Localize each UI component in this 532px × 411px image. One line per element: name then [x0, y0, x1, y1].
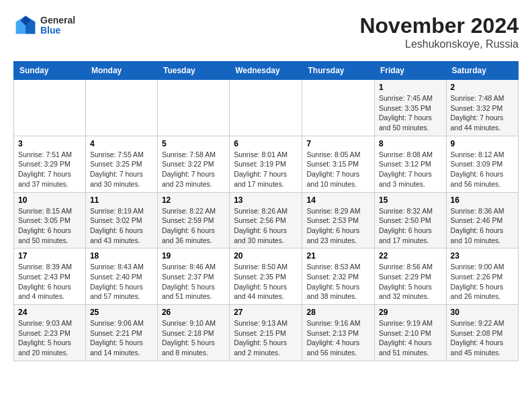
day-info: Sunrise: 8:12 AM Sunset: 3:09 PM Dayligh… [451, 150, 514, 189]
calendar-cell: 1Sunrise: 7:45 AM Sunset: 3:35 PM Daylig… [375, 80, 447, 136]
day-number: 4 [90, 139, 153, 148]
day-number: 19 [162, 251, 225, 261]
calendar-cell [85, 80, 157, 136]
calendar-cell: 15Sunrise: 8:32 AM Sunset: 2:50 PM Dayli… [375, 192, 447, 248]
day-info: Sunrise: 8:15 AM Sunset: 3:05 PM Dayligh… [18, 206, 81, 246]
logo-general-text: General [40, 15, 75, 26]
day-number: 11 [90, 195, 153, 205]
calendar-cell: 19Sunrise: 8:46 AM Sunset: 2:37 PM Dayli… [157, 248, 229, 305]
header-day: Saturday [446, 62, 518, 80]
calendar-cell [302, 80, 375, 136]
day-number: 17 [18, 251, 81, 261]
calendar-cell: 3Sunrise: 7:51 AM Sunset: 3:29 PM Daylig… [14, 136, 86, 192]
day-info: Sunrise: 8:50 AM Sunset: 2:35 PM Dayligh… [234, 262, 298, 302]
day-info: Sunrise: 7:45 AM Sunset: 3:35 PM Dayligh… [379, 93, 442, 133]
calendar-cell: 22Sunrise: 8:56 AM Sunset: 2:29 PM Dayli… [375, 248, 447, 305]
calendar-cell: 6Sunrise: 8:01 AM Sunset: 3:19 PM Daylig… [230, 136, 302, 192]
calendar-cell: 10Sunrise: 8:15 AM Sunset: 3:05 PM Dayli… [14, 192, 86, 248]
day-info: Sunrise: 8:01 AM Sunset: 3:19 PM Dayligh… [234, 150, 298, 189]
calendar-header: SundayMondayTuesdayWednesdayThursdayFrid… [14, 62, 519, 80]
header-day: Tuesday [157, 62, 229, 80]
day-number: 25 [90, 308, 153, 317]
calendar-cell [14, 80, 86, 136]
day-info: Sunrise: 8:26 AM Sunset: 2:56 PM Dayligh… [234, 206, 298, 246]
day-info: Sunrise: 9:16 AM Sunset: 2:13 PM Dayligh… [306, 318, 370, 358]
day-info: Sunrise: 9:19 AM Sunset: 2:10 PM Dayligh… [379, 318, 442, 358]
calendar-cell: 9Sunrise: 8:12 AM Sunset: 3:09 PM Daylig… [446, 136, 518, 192]
page-header: General Blue November 2024 Leshukonskoye… [13, 13, 519, 50]
logo-text: General Blue [40, 15, 75, 36]
day-number: 10 [18, 195, 81, 205]
day-info: Sunrise: 8:05 AM Sunset: 3:15 PM Dayligh… [306, 150, 370, 189]
calendar-week-row: 10Sunrise: 8:15 AM Sunset: 3:05 PM Dayli… [14, 192, 519, 248]
calendar-subtitle: Leshukonskoye, Russia [359, 38, 519, 50]
day-info: Sunrise: 9:13 AM Sunset: 2:15 PM Dayligh… [234, 318, 298, 358]
day-number: 3 [18, 139, 81, 148]
day-info: Sunrise: 8:29 AM Sunset: 2:53 PM Dayligh… [306, 206, 370, 246]
day-number: 9 [451, 139, 514, 148]
day-number: 30 [451, 308, 514, 317]
day-info: Sunrise: 8:19 AM Sunset: 3:02 PM Dayligh… [90, 206, 153, 246]
header-day: Thursday [302, 62, 375, 80]
day-number: 5 [162, 139, 225, 148]
day-info: Sunrise: 8:36 AM Sunset: 2:46 PM Dayligh… [451, 206, 514, 246]
calendar-cell: 28Sunrise: 9:16 AM Sunset: 2:13 PM Dayli… [302, 305, 375, 361]
calendar-cell: 7Sunrise: 8:05 AM Sunset: 3:15 PM Daylig… [302, 136, 375, 192]
day-info: Sunrise: 9:00 AM Sunset: 2:26 PM Dayligh… [451, 262, 514, 302]
day-info: Sunrise: 7:55 AM Sunset: 3:25 PM Dayligh… [90, 150, 153, 189]
calendar-cell: 20Sunrise: 8:50 AM Sunset: 2:35 PM Dayli… [230, 248, 302, 305]
header-day: Sunday [14, 62, 86, 80]
day-number: 28 [306, 308, 370, 317]
calendar-body: 1Sunrise: 7:45 AM Sunset: 3:35 PM Daylig… [14, 80, 519, 361]
calendar-week-row: 24Sunrise: 9:03 AM Sunset: 2:23 PM Dayli… [14, 305, 519, 361]
calendar-cell: 13Sunrise: 8:26 AM Sunset: 2:56 PM Dayli… [230, 192, 302, 248]
day-number: 7 [306, 139, 370, 148]
calendar-cell: 29Sunrise: 9:19 AM Sunset: 2:10 PM Dayli… [375, 305, 447, 361]
day-info: Sunrise: 8:32 AM Sunset: 2:50 PM Dayligh… [379, 206, 442, 246]
day-number: 8 [379, 139, 442, 148]
day-number: 21 [306, 251, 370, 261]
day-info: Sunrise: 7:51 AM Sunset: 3:29 PM Dayligh… [18, 150, 81, 189]
day-info: Sunrise: 7:48 AM Sunset: 3:32 PM Dayligh… [451, 93, 514, 133]
calendar-week-row: 1Sunrise: 7:45 AM Sunset: 3:35 PM Daylig… [14, 80, 519, 136]
calendar-week-row: 17Sunrise: 8:39 AM Sunset: 2:43 PM Dayli… [14, 248, 519, 305]
day-number: 18 [90, 251, 153, 261]
day-number: 27 [234, 308, 298, 317]
calendar-cell: 5Sunrise: 7:58 AM Sunset: 3:22 PM Daylig… [157, 136, 229, 192]
logo: General Blue [13, 13, 75, 38]
calendar-cell: 14Sunrise: 8:29 AM Sunset: 2:53 PM Dayli… [302, 192, 375, 248]
header-day: Friday [375, 62, 447, 80]
day-number: 24 [18, 308, 81, 317]
day-number: 26 [162, 308, 225, 317]
day-info: Sunrise: 8:46 AM Sunset: 2:37 PM Dayligh… [162, 262, 225, 302]
header-day: Wednesday [230, 62, 302, 80]
logo-blue-text: Blue [40, 26, 75, 36]
day-number: 1 [379, 83, 442, 92]
calendar-cell: 18Sunrise: 8:43 AM Sunset: 2:40 PM Dayli… [85, 248, 157, 305]
day-number: 16 [451, 195, 514, 205]
day-number: 12 [162, 195, 225, 205]
header-row: SundayMondayTuesdayWednesdayThursdayFrid… [14, 62, 519, 80]
calendar-cell: 12Sunrise: 8:22 AM Sunset: 2:59 PM Dayli… [157, 192, 229, 248]
calendar-cell [157, 80, 229, 136]
title-block: November 2024 Leshukonskoye, Russia [359, 13, 519, 50]
calendar-cell: 25Sunrise: 9:06 AM Sunset: 2:21 PM Dayli… [85, 305, 157, 361]
day-info: Sunrise: 9:06 AM Sunset: 2:21 PM Dayligh… [90, 318, 153, 358]
day-number: 2 [451, 83, 514, 92]
calendar-cell: 26Sunrise: 9:10 AM Sunset: 2:18 PM Dayli… [157, 305, 229, 361]
calendar-week-row: 3Sunrise: 7:51 AM Sunset: 3:29 PM Daylig… [14, 136, 519, 192]
calendar-table: SundayMondayTuesdayWednesdayThursdayFrid… [13, 61, 519, 361]
day-number: 20 [234, 251, 298, 261]
calendar-cell: 11Sunrise: 8:19 AM Sunset: 3:02 PM Dayli… [85, 192, 157, 248]
day-number: 15 [379, 195, 442, 205]
calendar-cell: 17Sunrise: 8:39 AM Sunset: 2:43 PM Dayli… [14, 248, 86, 305]
calendar-cell: 30Sunrise: 9:22 AM Sunset: 2:08 PM Dayli… [446, 305, 518, 361]
calendar-cell: 16Sunrise: 8:36 AM Sunset: 2:46 PM Dayli… [446, 192, 518, 248]
calendar-cell [230, 80, 302, 136]
day-number: 23 [451, 251, 514, 261]
calendar-cell: 21Sunrise: 8:53 AM Sunset: 2:32 PM Dayli… [302, 248, 375, 305]
logo-icon [13, 13, 38, 38]
day-number: 13 [234, 195, 298, 205]
calendar-cell: 4Sunrise: 7:55 AM Sunset: 3:25 PM Daylig… [85, 136, 157, 192]
day-info: Sunrise: 8:39 AM Sunset: 2:43 PM Dayligh… [18, 262, 81, 302]
